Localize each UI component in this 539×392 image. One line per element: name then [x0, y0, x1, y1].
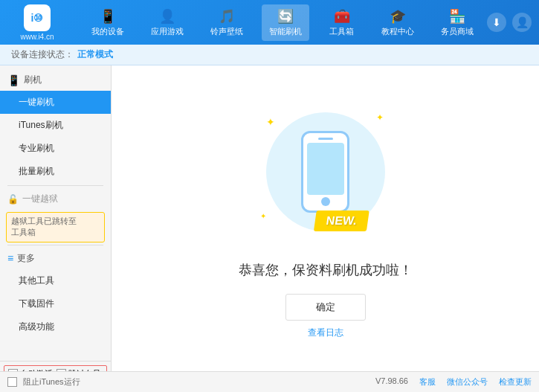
sidebar-item-batch-flash[interactable]: 批量刷机: [0, 160, 111, 183]
main-layout: 📱 刷机 一键刷机 iTunes刷机 专业刷机 批量刷机 🔓 一键越狱 越狱工具…: [0, 65, 539, 371]
more-section-label: 更多: [17, 252, 35, 265]
nav-smart-flash[interactable]: 🔄 智能刷机: [262, 4, 309, 41]
sidebar-item-one-key-flash[interactable]: 一键刷机: [0, 91, 111, 114]
logo-icon: i⑩: [24, 4, 51, 31]
sidebar-item-other-tools[interactable]: 其他工具: [0, 269, 111, 292]
toolbox-icon: 🧰: [334, 8, 350, 25]
sidebar-item-itunes-flash[interactable]: iTunes刷机: [0, 114, 111, 137]
nav-tutorial-label: 教程中心: [381, 26, 414, 37]
sidebar-item-download-firmware[interactable]: 下载固件: [0, 292, 111, 315]
ringtone-icon: 🎵: [219, 8, 235, 25]
flash-section-icon: 📱: [7, 74, 20, 86]
service-icon: 🏪: [449, 8, 465, 25]
tutorial-icon: 🎓: [390, 8, 406, 25]
guide-activate-checkbox[interactable]: [57, 369, 66, 371]
download-button[interactable]: ⬇: [487, 13, 506, 32]
status-bar: 设备连接状态： 正常模式: [0, 45, 539, 65]
phone-body: [301, 131, 349, 213]
nav-tutorial[interactable]: 🎓 教程中心: [374, 4, 422, 41]
wechat-link[interactable]: 微信公众号: [447, 376, 488, 388]
flash-section-label: 刷机: [24, 74, 42, 86]
sidebar-jailbreak-note: 越狱工具已跳转至工具箱: [6, 212, 105, 242]
auto-activate-option[interactable]: 自动激活: [8, 368, 53, 371]
nav-app-games[interactable]: 👤 应用游戏: [143, 4, 191, 41]
sparkle-bl: ✦: [260, 212, 266, 220]
phone-screen: [307, 143, 344, 195]
guide-activate-label: 跳过向导: [68, 368, 101, 371]
sparkle-tl: ✦: [266, 116, 275, 128]
confirm-button[interactable]: 确定: [285, 294, 366, 321]
header: i⑩ www.i4.cn 📱 我的设备 👤 应用游戏 🎵 铃声壁纸 🔄 智能刷机…: [0, 0, 539, 45]
status-prefix: 设备连接状态：: [11, 48, 74, 61]
success-illustration: ✦ ✦ ✦ NEW.: [251, 97, 400, 246]
sidebar-item-pro-flash[interactable]: 专业刷机: [0, 137, 111, 160]
footer-left: 阻止iTunes运行: [7, 376, 80, 388]
itunes-checkbox[interactable]: [7, 377, 17, 387]
sidebar-section-jailbreak: 🔓 一键越狱 越狱工具已跳转至工具箱: [0, 188, 111, 242]
customer-service-link[interactable]: 客服: [419, 376, 436, 388]
auto-activate-checkbox[interactable]: [8, 369, 18, 371]
version-label: V7.98.66: [375, 376, 408, 388]
sidebar-item-advanced[interactable]: 高级功能: [0, 315, 111, 338]
content-area: ✦ ✦ ✦ NEW. 恭喜您，保资料刷机成功啦！ 确定 查看日志: [112, 65, 539, 371]
app-games-icon: 👤: [159, 8, 175, 25]
nav-my-device[interactable]: 📱 我的设备: [84, 4, 132, 41]
view-log-link[interactable]: 查看日志: [308, 327, 343, 339]
nav-app-games-label: 应用游戏: [151, 26, 184, 37]
header-right: ⬇ 👤: [487, 13, 532, 32]
status-value: 正常模式: [77, 48, 113, 61]
nav-ringtone[interactable]: 🎵 铃声壁纸: [203, 4, 251, 41]
nav-smart-flash-label: 智能刷机: [269, 26, 302, 37]
new-badge: NEW.: [313, 211, 369, 231]
activate-options-row: 自动激活 跳过向导: [4, 365, 107, 371]
nav-my-device-label: 我的设备: [91, 26, 124, 37]
logo: i⑩ www.i4.cn: [7, 4, 67, 41]
sidebar-section-more: ≡ 更多 其他工具 下载固件 高级功能: [0, 248, 111, 338]
sparkle-tr: ✦: [376, 112, 384, 123]
guide-activate-option[interactable]: 跳过向导: [57, 368, 101, 371]
jailbreak-icon: 🔓: [7, 194, 19, 205]
success-message: 恭喜您，保资料刷机成功啦！: [239, 261, 413, 279]
more-section-icon: ≡: [7, 252, 13, 264]
sidebar-device-area: 自动激活 跳过向导 📱 iPhone 15 Pro Max 512GB iPho…: [0, 361, 111, 371]
my-device-icon: 📱: [100, 8, 116, 25]
phone-speaker: [318, 138, 333, 140]
nav-toolbox[interactable]: 🧰 工具箱: [321, 4, 362, 41]
footer: 阻止iTunes运行 V7.98.66 客服 微信公众号 检查更新: [0, 371, 539, 392]
sidebar: 📱 刷机 一键刷机 iTunes刷机 专业刷机 批量刷机 🔓 一键越狱 越狱工具…: [0, 65, 112, 371]
nav-service[interactable]: 🏪 务员商域: [433, 4, 481, 41]
nav-service-label: 务员商域: [441, 26, 474, 37]
phone-home-button: [321, 197, 330, 206]
nav-toolbox-label: 工具箱: [329, 26, 354, 37]
nav-ringtone-label: 铃声壁纸: [210, 26, 243, 37]
smart-flash-icon: 🔄: [277, 8, 294, 25]
jailbreak-label: 一键越狱: [22, 193, 58, 205]
nav-bar: 📱 我的设备 👤 应用游戏 🎵 铃声壁纸 🔄 智能刷机 🧰 工具箱 🎓 教程中心…: [78, 4, 487, 41]
check-update-link[interactable]: 检查更新: [499, 376, 532, 388]
sidebar-flash-header: 📱 刷机: [0, 69, 111, 91]
sidebar-divider-1: [7, 185, 103, 186]
sidebar-divider-2: [7, 245, 103, 245]
footer-right: V7.98.66 客服 微信公众号 检查更新: [375, 376, 532, 388]
sidebar-section-flash: 📱 刷机 一键刷机 iTunes刷机 专业刷机 批量刷机: [0, 69, 111, 183]
sidebar-jailbreak-header: 🔓 一键越狱: [0, 188, 111, 210]
sidebar-more-header: ≡ 更多: [0, 248, 111, 269]
auto-activate-label: 自动激活: [20, 368, 53, 371]
itunes-label: 阻止iTunes运行: [23, 376, 80, 388]
user-button[interactable]: 👤: [512, 13, 532, 32]
logo-url: www.i4.cn: [20, 33, 54, 41]
